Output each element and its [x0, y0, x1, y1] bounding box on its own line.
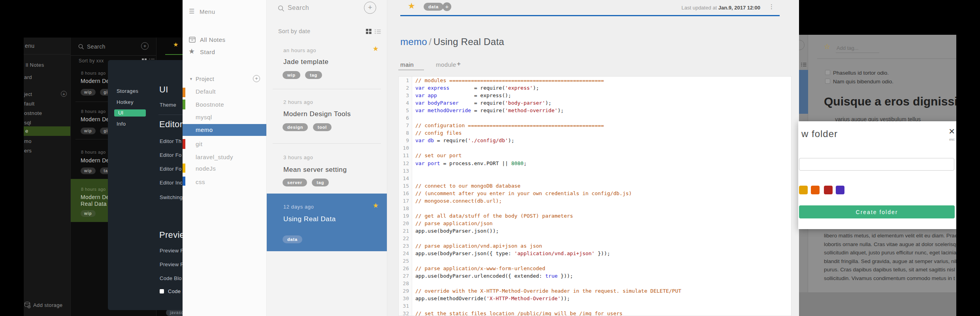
sidebar-folder-git[interactable]: git: [196, 141, 202, 147]
code-line: 30app.use(methodOverride('X-HTTP-Method-…: [399, 295, 791, 302]
code-line: 15// connect to our mongoDB database: [399, 182, 791, 190]
star-icon[interactable]: ★: [373, 201, 379, 210]
tab-module[interactable]: module: [436, 61, 456, 68]
grid-view-icon[interactable]: [366, 29, 372, 34]
divider: [273, 143, 381, 144]
settings-item-editor-font2[interactable]: Editor Fo: [160, 166, 181, 172]
chevron-down-icon[interactable]: ▼: [189, 77, 193, 81]
dark-folder[interactable]: sql: [24, 120, 71, 126]
list-view-icon[interactable]: [375, 29, 381, 34]
dark-starred[interactable]: ard: [24, 74, 32, 80]
star-icon[interactable]: ★: [408, 1, 415, 11]
settings-item-code-checkbox-label[interactable]: Code B: [168, 288, 183, 294]
dark-sort-control[interactable]: Sort by xxx: [79, 58, 104, 64]
search-icon: [78, 44, 84, 50]
note-time: 2 hours ago: [283, 99, 313, 105]
color-swatch[interactable]: [799, 186, 808, 194]
settings-item-switching[interactable]: Switching: [160, 194, 183, 200]
sidebar-folder-laravel-study[interactable]: laravel_study: [196, 154, 233, 160]
checkbox-label[interactable]: Nam quis bibendum odio.: [833, 79, 893, 85]
sort-control[interactable]: Sort by date: [278, 28, 311, 34]
sidebar-folder-memo-selected[interactable]: memo: [183, 124, 267, 136]
dark-folder[interactable]: ers: [24, 148, 71, 154]
menu-label[interactable]: Menu: [200, 8, 215, 15]
tag-pill: tag: [305, 71, 322, 79]
settings-item-code-block[interactable]: Code Blo: [160, 275, 182, 281]
settings-nav-storages[interactable]: Storages: [117, 88, 138, 94]
color-swatch[interactable]: [836, 186, 844, 194]
settings-item-preview-font2[interactable]: Preview F: [160, 261, 183, 267]
dark-new-note-button[interactable]: +: [141, 42, 149, 50]
dark-folder[interactable]: ostnote: [24, 110, 71, 116]
settings-item-editor-indent[interactable]: Editor Inc: [160, 180, 183, 186]
settings-heading-preview: Previe: [159, 230, 183, 240]
settings-item-editor-theme[interactable]: Editor Th: [160, 138, 181, 144]
sidebar-folder-nodejs[interactable]: nodeJs: [196, 165, 216, 172]
active-tab-underline: [398, 70, 424, 70]
dark-add-folder-button[interactable]: +: [61, 91, 67, 97]
more-options-icon[interactable]: ⋮: [769, 3, 775, 10]
code-line: 18: [399, 205, 791, 212]
star-icon[interactable]: ★: [373, 45, 379, 53]
checkbox[interactable]: [825, 70, 830, 75]
code-line: 24app.use(bodyParser.json({ type: 'appli…: [399, 250, 791, 257]
checkbox-checked[interactable]: [160, 289, 164, 293]
tag-pill: wip: [81, 210, 96, 217]
note-title: Mean server setting: [283, 166, 347, 174]
settings-item-editor-font[interactable]: Editor Fo: [160, 152, 181, 158]
settings-nav-info[interactable]: Info: [117, 121, 126, 127]
list-view-icon: [801, 62, 807, 67]
design-collage: enu ll Notes ard ject + fault ostnote sq…: [0, 0, 980, 316]
notes-list: Search + Sort by date an hours ago ★ Jad…: [267, 0, 387, 316]
search-input[interactable]: Search: [288, 4, 309, 11]
page-title: Using Real Data: [433, 36, 504, 47]
new-note-button[interactable]: +: [364, 2, 376, 14]
add-folder-button[interactable]: +: [253, 75, 260, 82]
checkbox[interactable]: [825, 79, 830, 84]
dark-search-input[interactable]: Search: [87, 43, 106, 50]
sidebar-folder-default[interactable]: Default: [196, 88, 216, 95]
document-subline: varius augue quis vestibulum tellus: [835, 116, 921, 121]
code-line: 29// override with the X-HTTP-Method-Ove…: [399, 287, 791, 295]
color-swatch[interactable]: [824, 186, 833, 194]
sidebar-item-all-notes[interactable]: All Notes: [200, 36, 226, 43]
close-icon[interactable]: ×: [949, 125, 955, 137]
project-section-label: Project: [196, 76, 214, 82]
tag-pill: tag: [312, 179, 329, 186]
tag-pill[interactable]: data: [424, 3, 443, 11]
breadcrumb-folder[interactable]: memo: [400, 36, 427, 47]
add-tag-input[interactable]: Add tag...: [837, 45, 859, 51]
add-tab-button[interactable]: +: [457, 60, 461, 68]
sidebar-folder-css[interactable]: css: [196, 179, 205, 185]
breadcrumb-separator: /: [429, 36, 432, 47]
dark-folder[interactable]: mo: [24, 138, 71, 144]
starred-icon: ★: [188, 47, 195, 56]
create-folder-button[interactable]: Create folder: [799, 205, 955, 218]
add-tag-button[interactable]: +: [443, 2, 451, 11]
paragraph-line: purus. Cras dapibus dapibus tellus, sit …: [824, 265, 956, 274]
dark-folder-selected[interactable]: e: [24, 126, 70, 136]
star-outline-icon[interactable]: ☆: [824, 42, 830, 51]
checkbox-label[interactable]: Phasellus id tortor odio.: [833, 70, 889, 76]
settings-nav-hotkey[interactable]: Hotkey: [117, 99, 134, 105]
tag-pill: design: [283, 123, 308, 131]
settings-nav-ui-selected[interactable]: UI: [114, 109, 146, 117]
dark-all-notes[interactable]: ll Notes: [26, 62, 44, 68]
settings-item-preview-font[interactable]: Preview F: [160, 248, 183, 254]
settings-item-theme[interactable]: Theme: [160, 102, 176, 108]
note-card-selected[interactable]: 12 days ago ★ Using Real Data data: [267, 194, 387, 251]
add-storage-button[interactable]: Add storage: [33, 302, 63, 308]
code-line: 20// parse application/json: [399, 220, 791, 227]
code-editor[interactable]: 1// modules ============================…: [398, 76, 792, 316]
new-note-button: [799, 40, 805, 50]
sidebar-folder-boostnote[interactable]: Boostnote: [196, 101, 224, 108]
dark-menu-label[interactable]: enu: [25, 43, 35, 49]
folder-name-input[interactable]: [799, 158, 954, 171]
dark-folder[interactable]: fault: [24, 101, 71, 107]
tab-main-active[interactable]: main: [400, 61, 414, 68]
sidebar-item-starred[interactable]: Stard: [200, 49, 215, 55]
star-icon[interactable]: ★: [173, 41, 178, 48]
color-swatch[interactable]: [811, 186, 820, 194]
hamburger-icon[interactable]: ☰: [189, 8, 194, 15]
sidebar-folder-mysql[interactable]: mysql: [196, 114, 212, 120]
